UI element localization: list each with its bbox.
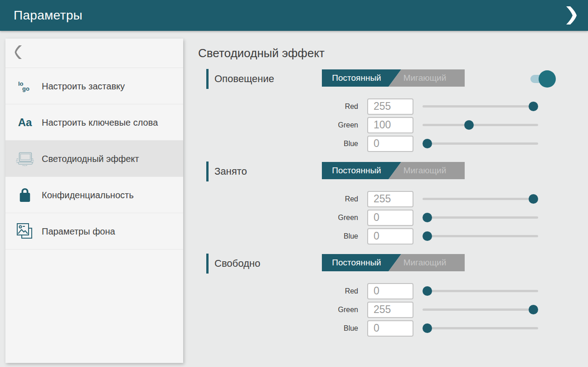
toggle-thumb [539, 70, 556, 88]
app-header: Параметры [0, 0, 588, 31]
sidebar-item-label: Настроить заставку [42, 80, 125, 92]
red-value-input[interactable] [367, 98, 413, 115]
red-value-input[interactable] [367, 283, 413, 299]
slider-track [423, 235, 538, 237]
section-free: Свободно Постоянный Мигающий Red Green [206, 253, 588, 338]
sidebar-item-screensaver[interactable]: lo go Настроить заставку [5, 68, 183, 104]
page-title: Параметры [14, 8, 83, 23]
green-row: Green [206, 300, 588, 319]
slider-track [423, 216, 538, 219]
red-slider[interactable] [423, 97, 538, 116]
mode-blinking-button[interactable]: Мигающий [389, 162, 465, 179]
sidebar-item-label: Параметры фона [42, 225, 115, 237]
red-slider[interactable] [423, 282, 538, 300]
green-slider[interactable] [423, 208, 538, 227]
slider-thumb[interactable] [529, 194, 538, 204]
slider-thumb[interactable] [423, 139, 432, 148]
lock-icon [15, 187, 34, 203]
section-accent-bar [206, 254, 209, 274]
blue-label: Blue [206, 324, 358, 333]
blue-label: Blue [206, 140, 358, 148]
settings-sidebar: lo go Настроить заставку Aa Настроить кл… [5, 39, 183, 363]
led-screen-icon [15, 151, 34, 167]
section-title: Оповещение [214, 73, 274, 85]
slider-thumb[interactable] [423, 286, 432, 296]
blue-row: Blue [206, 134, 588, 153]
mode-solid-button[interactable]: Постоянный [322, 162, 401, 179]
blue-row: Blue [206, 319, 588, 338]
sidebar-item-label: Светодиодный эффект [42, 153, 139, 165]
red-row: Red [206, 282, 588, 300]
section-title: Занято [214, 166, 247, 177]
green-row: Green [206, 116, 588, 134]
green-value-input[interactable] [367, 302, 413, 318]
slider-track [423, 308, 538, 311]
green-slider[interactable] [423, 116, 538, 134]
green-row: Green [206, 208, 588, 227]
green-label: Green [206, 306, 358, 314]
slider-track [423, 124, 538, 126]
blue-slider[interactable] [423, 134, 538, 153]
sidebar-item-background[interactable]: Параметры фона [5, 213, 183, 250]
mode-segmented-control: Постоянный Мигающий [322, 254, 465, 271]
blue-slider[interactable] [423, 227, 538, 245]
slider-thumb[interactable] [423, 213, 432, 222]
sidebar-collapse-button[interactable] [5, 39, 183, 68]
logo-icon: lo go [15, 81, 34, 91]
led-effect-panel: Светодиодный эффект Оповещение Постоянны… [183, 31, 588, 367]
keywords-aa-icon: Aa [15, 116, 34, 129]
green-value-input[interactable] [367, 117, 413, 133]
red-label: Red [206, 195, 358, 203]
red-slider[interactable] [423, 190, 538, 208]
slider-track [423, 105, 538, 108]
blue-value-input[interactable] [367, 136, 413, 152]
section-accent-bar [206, 161, 209, 181]
chevron-right-icon[interactable] [564, 5, 578, 25]
blue-value-input[interactable] [367, 228, 413, 245]
content-title: Светодиодный эффект [198, 44, 588, 62]
mode-segmented-control: Постоянный Мигающий [322, 69, 465, 87]
blue-label: Blue [206, 232, 358, 240]
blue-slider[interactable] [423, 319, 538, 338]
chevron-left-icon [15, 45, 24, 61]
sidebar-item-led-effect[interactable]: Светодиодный эффект [5, 141, 183, 177]
section-notification: Оповещение Постоянный Мигающий Red Green [206, 68, 588, 153]
mode-segmented-control: Постоянный Мигающий [322, 162, 465, 179]
slider-thumb[interactable] [464, 120, 474, 130]
notification-enable-toggle[interactable] [530, 70, 556, 88]
green-value-input[interactable] [367, 210, 413, 226]
green-label: Green [206, 121, 358, 129]
background-images-icon [15, 222, 34, 240]
red-label: Red [206, 103, 358, 111]
sidebar-item-label: Конфиденциальность [42, 189, 134, 201]
section-accent-bar [206, 69, 209, 89]
slider-track [423, 290, 538, 292]
mode-blinking-button[interactable]: Мигающий [389, 69, 465, 87]
red-row: Red [206, 190, 588, 208]
slider-track [423, 327, 538, 329]
blue-value-input[interactable] [367, 320, 413, 337]
section-title: Свободно [214, 258, 260, 269]
mode-solid-button[interactable]: Постоянный [322, 254, 401, 271]
slider-track [423, 142, 538, 145]
slider-thumb[interactable] [423, 231, 432, 241]
section-busy: Занято Постоянный Мигающий Red Green [206, 161, 588, 245]
sidebar-item-keywords[interactable]: Aa Настроить ключевые слова [5, 104, 183, 141]
slider-thumb[interactable] [423, 323, 432, 333]
blue-row: Blue [206, 227, 588, 245]
green-slider[interactable] [423, 300, 538, 319]
sidebar-item-label: Настроить ключевые слова [42, 117, 158, 128]
red-value-input[interactable] [367, 191, 413, 207]
slider-thumb[interactable] [529, 102, 538, 111]
green-label: Green [206, 214, 358, 222]
sidebar-item-privacy[interactable]: Конфиденциальность [5, 177, 183, 213]
slider-track [423, 198, 538, 200]
mode-blinking-button[interactable]: Мигающий [389, 254, 465, 271]
slider-thumb[interactable] [529, 305, 538, 314]
red-label: Red [206, 287, 358, 295]
red-row: Red [206, 97, 588, 116]
mode-solid-button[interactable]: Постоянный [322, 69, 401, 87]
